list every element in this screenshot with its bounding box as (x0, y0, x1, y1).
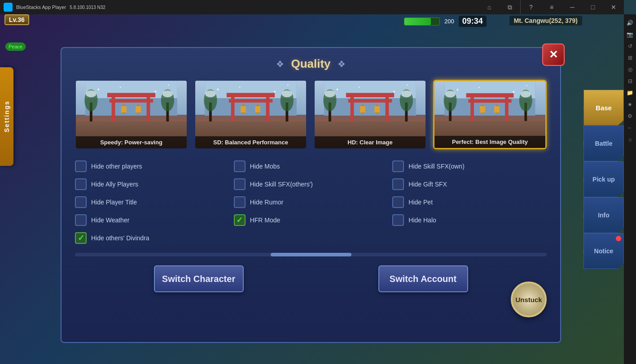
checkbox-row-hide-weather[interactable]: Hide Weather (75, 214, 229, 226)
checkbox-label-hide-ally-players: Hide Ally Players (91, 181, 138, 188)
switch-account-button[interactable]: Switch Account (378, 265, 468, 292)
svg-rect-46 (386, 94, 389, 129)
close-btn[interactable]: ✕ (603, 0, 624, 14)
settings-modal: ✕ ❖ Quality ❖ (61, 47, 561, 343)
checkbox-row-hide-others-divindra[interactable]: ✓Hide others' Divindra (75, 232, 229, 244)
svg-point-61 (393, 91, 395, 92)
sidebar-icon-refresh[interactable]: ↺ (625, 41, 635, 51)
svg-point-32 (205, 90, 215, 97)
svg-rect-68 (466, 93, 514, 98)
checkbox-hide-player-title[interactable] (75, 196, 87, 208)
scroll-area[interactable] (75, 253, 547, 256)
unstuck-button[interactable]: Unstuck (511, 282, 547, 317)
menu-btn[interactable]: ≡ (541, 0, 562, 14)
checkbox-hide-others-divindra[interactable]: ✓ (75, 232, 87, 244)
panel-btn-base[interactable]: ◁Base (583, 90, 624, 126)
svg-point-81 (478, 87, 480, 88)
sidebar-icon-star[interactable]: ★ (625, 100, 635, 109)
notice-dot (616, 236, 621, 241)
checkbox-hide-other-players[interactable] (75, 160, 87, 172)
sidebar-icon-volume[interactable]: 🔊 (625, 18, 635, 28)
panel-label-battle: Battle (595, 140, 613, 147)
checkbox-hide-rumor[interactable] (234, 196, 246, 208)
checkbox-hide-pet[interactable] (392, 196, 404, 208)
panel-btn-notice[interactable]: ◁Notice (583, 233, 624, 269)
checkbox-hide-ally-players[interactable] (75, 178, 87, 190)
quality-card-hd[interactable]: HD: Clear Image (314, 80, 426, 149)
svg-rect-4 (147, 94, 150, 129)
quality-card-sd[interactable]: Suggest (194, 80, 307, 149)
checkbox-hfr-mode[interactable]: ✓ (234, 214, 246, 226)
checkbox-hide-halo[interactable] (392, 214, 404, 226)
panel-label-base: Base (596, 104, 612, 112)
level-badge: Lv.36 (4, 14, 29, 25)
checkbox-row-hide-pet[interactable]: Hide Pet (392, 196, 547, 208)
checkbox-row-hide-skill-sfx-own[interactable]: Hide Skill SFX(own) (392, 160, 547, 172)
health-bar (404, 17, 440, 26)
svg-rect-26 (227, 93, 275, 97)
minimize-btn[interactable]: ─ (562, 0, 583, 14)
help-btn[interactable]: ? (521, 0, 541, 14)
svg-rect-56 (360, 106, 365, 113)
svg-rect-16 (136, 106, 141, 113)
location-display: Mt. Cangwu(252, 379) (509, 16, 582, 26)
checkbox-row-hide-player-title[interactable]: Hide Player Title (75, 196, 229, 208)
svg-rect-27 (229, 99, 272, 103)
checkbox-row-hfr-mode[interactable]: ✓HFR Mode (234, 214, 388, 226)
checkbox-row-hide-rumor[interactable]: Hide Rumor (234, 196, 388, 208)
window-controls: ⌂ ⧉ ? ≡ ─ □ ✕ (479, 0, 624, 14)
sidebar-icon-stack[interactable]: ⊟ (625, 76, 635, 86)
svg-point-60 (359, 87, 360, 88)
quality-card-perfect[interactable]: Perfect: Best Image Quality (433, 80, 547, 149)
checkbox-row-hide-mobs[interactable]: Hide Mobs (234, 160, 388, 172)
sidebar-icon-home[interactable]: ⌂ (625, 134, 635, 144)
svg-rect-58 (374, 106, 380, 113)
svg-rect-24 (231, 94, 235, 129)
scroll-thumb (271, 253, 351, 256)
panel-btn-info[interactable]: ◁Info (583, 197, 624, 233)
checkbox-label-hfr-mode: HFR Mode (250, 217, 281, 224)
panel-btn-pickup[interactable]: ◁Pick up (583, 161, 624, 197)
checkbox-row-hide-gift-sfx[interactable]: Hide Gift SFX (392, 178, 547, 190)
svg-point-75 (521, 91, 531, 97)
checkbox-hide-skill-sfx-own[interactable] (392, 160, 404, 172)
svg-rect-48 (348, 99, 392, 103)
svg-rect-6 (110, 99, 153, 103)
switch-character-button[interactable]: Switch Character (154, 265, 244, 292)
svg-rect-79 (494, 106, 500, 113)
health-value: 200 (444, 18, 454, 25)
layers-btn[interactable]: ⧉ (500, 0, 520, 14)
checkbox-row-hide-halo[interactable]: Hide Halo (392, 214, 547, 226)
checkbox-hide-weather[interactable] (75, 214, 87, 226)
checkbox-row-hide-skill-sfx-others[interactable]: Hide Skill SFX(others') (234, 178, 388, 190)
checkbox-hide-mobs[interactable] (234, 160, 246, 172)
svg-point-18 (120, 87, 121, 88)
app-logo (4, 3, 13, 12)
svg-point-20 (168, 84, 169, 86)
home-btn[interactable]: ⌂ (479, 0, 500, 14)
sidebar-icon-layers[interactable]: ⊞ (625, 53, 635, 63)
checkbox-row-hide-ally-players[interactable]: Hide Ally Players (75, 178, 229, 190)
sidebar-icon-locate[interactable]: ◎ (625, 65, 635, 74)
checkboxes-grid: Hide other playersHide MobsHide Skill SF… (75, 160, 547, 244)
bluestacks-sidebar: 🔊 📷 ↺ ⊞ ◎ ⊟ 📁 ★ ⚙ ← ⌂ (624, 14, 636, 364)
checkbox-label-hide-player-title: Hide Player Title (91, 199, 137, 206)
sidebar-icon-folder[interactable]: 📁 (625, 88, 635, 98)
quality-card-speedy[interactable]: Speedy: Power-saving (75, 80, 188, 149)
panel-btn-battle[interactable]: ◁Battle (583, 126, 624, 161)
sidebar-icon-camera[interactable]: 📷 (625, 30, 635, 39)
checkbox-hide-skill-sfx-others[interactable] (234, 178, 246, 190)
checkbox-row-hide-other-players[interactable]: Hide other players (75, 160, 229, 172)
sidebar-icon-gear[interactable]: ⚙ (625, 111, 635, 121)
maximize-btn[interactable]: □ (583, 0, 603, 14)
sidebar-icon-arrow[interactable]: ← (625, 123, 635, 133)
modal-title: Quality (291, 57, 330, 71)
svg-rect-47 (346, 93, 394, 97)
svg-rect-5 (107, 93, 155, 97)
checkbox-label-hide-weather: Hide Weather (91, 217, 129, 224)
checkbox-label-hide-other-players: Hide other players (91, 163, 142, 170)
checkbox-hide-gift-sfx[interactable] (392, 178, 404, 190)
settings-tab[interactable]: Settings (0, 67, 13, 166)
svg-point-80 (456, 89, 458, 91)
quality-card-label-hd: HD: Clear Image (315, 136, 425, 148)
